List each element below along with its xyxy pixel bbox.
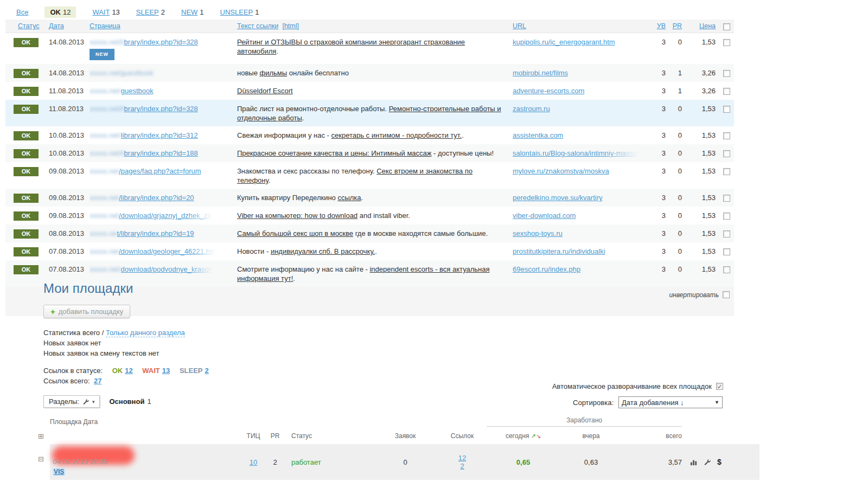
tab-sleep[interactable]: SLEEP2 <box>136 8 165 16</box>
url-link[interactable]: viber-download.com <box>513 211 576 220</box>
url-link[interactable]: adventure-escorts.com <box>513 87 584 95</box>
anchor-text-link[interactable]: Самый большой секс шоп в москве <box>237 229 353 237</box>
url-link[interactable]: 69escort.ru/index.php <box>513 265 580 273</box>
tab-new-label[interactable]: NEW <box>181 8 197 16</box>
page-link[interactable]: /library/index.php?id=20 <box>119 194 194 202</box>
url-link[interactable]: zastroum.ru <box>513 105 550 113</box>
sort-link-text[interactable]: Текст ссылки <box>237 22 278 30</box>
sort-url[interactable]: URL <box>513 22 526 30</box>
row-checkbox[interactable] <box>723 39 730 46</box>
row-checkbox[interactable] <box>723 213 730 220</box>
sort-pr[interactable]: PR <box>673 22 682 30</box>
uv-value: 3 <box>648 247 666 256</box>
trend-up-icon[interactable]: ↗ <box>531 433 536 439</box>
url-link[interactable]: prostitutkipitera.ru/individualki <box>513 247 605 255</box>
page-link[interactable]: library/index.php?id=312 <box>121 131 198 139</box>
invert-selection-checkbox[interactable] <box>723 291 730 298</box>
anchor-text-link[interactable]: секретарь с интимом - подробности тут. <box>331 131 462 139</box>
page-link[interactable]: guestbook <box>121 87 154 95</box>
anchor-text-link[interactable]: индивидуалки спб. В рассрочку. <box>271 247 375 255</box>
page-link[interactable]: /pages/faq.php?act=forum <box>119 167 201 175</box>
tab-all[interactable]: Все <box>16 8 28 16</box>
pr-value: 0 <box>666 166 682 176</box>
sort-select[interactable]: Дата добавления ↓ ▼ <box>618 396 723 408</box>
sort-price[interactable]: Цена <box>699 22 716 30</box>
anchor-text-link[interactable]: Прекрасное сочетание качества и цены: Ин… <box>237 149 431 157</box>
links-extra-link[interactable]: 2 <box>460 462 464 470</box>
row-checkbox[interactable] <box>723 230 730 237</box>
page-cell: xxxxx.net/guestbook <box>90 86 237 95</box>
url-link[interactable]: peredelkino.move.su/kvartiry <box>513 194 602 202</box>
anchor-text-link[interactable]: фильмы <box>260 69 288 77</box>
url-link[interactable]: kupipolis.ru/ic_energogarant.htm <box>513 38 615 46</box>
page-link[interactable]: t/library/index.php?id=19 <box>117 229 194 237</box>
trend-down-icon[interactable]: ↘ <box>536 433 541 439</box>
sort-page[interactable]: Страница <box>90 22 120 30</box>
tab-wait[interactable]: WAIT13 <box>92 8 119 16</box>
url-link[interactable]: assistentka.com <box>513 131 563 139</box>
url-link[interactable]: sexshop-toys.ru <box>513 229 563 237</box>
sections-menu-button[interactable]: Разделы: ▾ <box>43 395 100 408</box>
anchor-text-link[interactable]: ссылка <box>337 194 361 202</box>
platform-status: работает <box>286 458 373 466</box>
page-link[interactable]: download/podvodnye_krasoty <box>121 265 214 273</box>
status-badge: OK <box>14 105 39 114</box>
url-link[interactable]: salontais.ru/Blog-salona/intimniy-massaz <box>513 149 641 157</box>
anchor-text-link[interactable]: Рейтинг и ОТЗЫВЫ о страховой компании эн… <box>237 38 465 55</box>
price-value: 1,53 <box>682 193 716 202</box>
page-link[interactable]: /download/geologer_46221.htm <box>119 247 218 255</box>
tab-sleep-label[interactable]: SLEEP <box>136 8 159 16</box>
tab-unsleep[interactable]: UNSLEEP1 <box>220 8 259 16</box>
tab-ok[interactable]: OK12 <box>44 7 76 18</box>
sort-status[interactable]: Статус <box>18 22 40 30</box>
row-checkbox[interactable] <box>723 88 730 95</box>
row-checkbox[interactable] <box>723 70 730 77</box>
add-platform-button[interactable]: + добавить площадку <box>43 305 130 318</box>
tab-wait-label[interactable]: WAIT <box>92 8 110 16</box>
vis-link[interactable]: VIS <box>53 468 65 476</box>
platform-row: ⊟ 04.08.2013 20:35 VIS 10 2 работает 0 1… <box>38 444 760 480</box>
link-date: 10.08.2013 <box>46 131 90 140</box>
html-view-link[interactable]: [html] <box>282 22 299 30</box>
sort-date[interactable]: Дата <box>49 22 64 30</box>
row-checkbox[interactable] <box>723 195 730 202</box>
anchor-text-link[interactable]: Düsseldorf Escort <box>237 87 293 95</box>
links-count-link[interactable]: 12 <box>458 454 466 462</box>
link-text-plain: - доступные цены! <box>431 149 494 157</box>
status-sleep-count-link[interactable]: 2 <box>205 367 209 375</box>
expand-all-icon[interactable]: ⊞ <box>38 432 50 440</box>
wrench-icon[interactable] <box>704 459 711 466</box>
chart-icon[interactable] <box>690 459 697 466</box>
links-total-count-link[interactable]: 27 <box>94 377 101 385</box>
tic-value-link[interactable]: 10 <box>250 458 257 466</box>
row-checkbox[interactable] <box>723 248 730 255</box>
url-link[interactable]: mylove.ru/znakomstva/moskva <box>513 167 609 175</box>
status-wait-count-link[interactable]: 13 <box>162 367 170 375</box>
url-link[interactable]: mobirobi.net/films <box>513 69 568 77</box>
page-link[interactable]: brary/index.php?id=328 <box>124 38 198 46</box>
row-checkbox[interactable] <box>723 266 730 273</box>
anchor-text-link[interactable]: Viber на компьютер: how to download <box>237 211 358 220</box>
platform-name-cell: 04.08.2013 20:35 VIS <box>50 444 242 480</box>
link-text: новые фильмы онлайн бесплатно <box>237 68 513 78</box>
links-table: Статус Дата Страница Текст ссылки [html]… <box>5 20 734 316</box>
status-ok-count-link[interactable]: 12 <box>125 367 132 375</box>
row-checkbox[interactable] <box>723 168 730 175</box>
tab-sleep-count: 2 <box>161 8 165 16</box>
collapse-icon[interactable]: ⊟ <box>38 444 50 480</box>
tab-unsleep-label[interactable]: UNSLEEP <box>220 8 253 16</box>
row-checkbox[interactable] <box>723 106 730 113</box>
row-checkbox[interactable] <box>723 132 730 139</box>
uv-value: 3 <box>648 193 666 202</box>
row-checkbox[interactable] <box>723 150 730 157</box>
sort-uv[interactable]: УВ <box>657 22 666 30</box>
page-link[interactable]: /download/grjaznyj_dzhek_zim <box>119 211 215 220</box>
auto-expand-checkbox[interactable]: ✓ <box>716 383 723 390</box>
link-text-plain: . <box>375 247 377 255</box>
select-all-checkbox[interactable] <box>723 23 730 30</box>
page-link[interactable]: brary/index.php?id=328 <box>124 105 198 113</box>
stats-section-only-link[interactable]: Только данного раздела <box>106 329 185 337</box>
tab-new[interactable]: NEW1 <box>181 8 204 16</box>
dollar-icon[interactable]: $ <box>717 458 722 466</box>
page-link[interactable]: brary/index.php?id=188 <box>124 149 198 157</box>
